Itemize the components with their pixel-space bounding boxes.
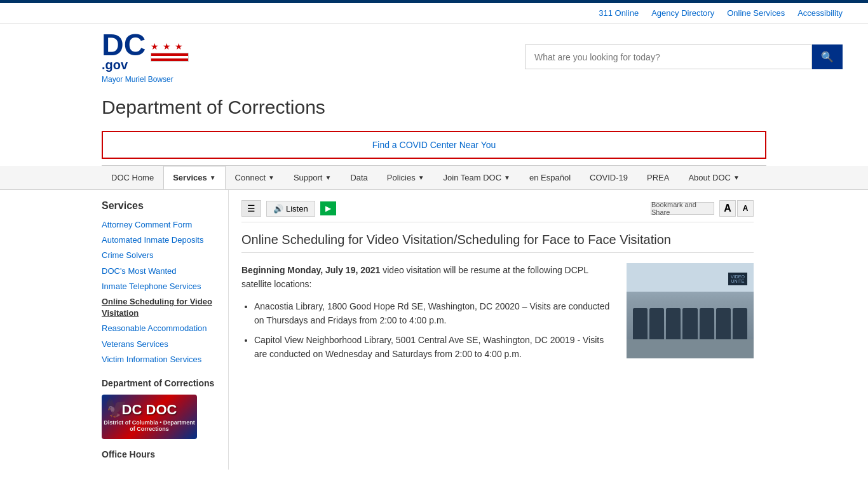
nav-policies-label: Policies — [387, 173, 416, 182]
nav-support-arrow: ▼ — [325, 174, 331, 181]
seat-5 — [700, 308, 714, 340]
list-item: DOC's Most Wanted — [102, 266, 228, 277]
sidebar-link-online-scheduling[interactable]: Online Scheduling for Video Visitation — [102, 297, 212, 318]
logo-area: DC .gov ★ ★ ★ Mayor Muriel Bowser — [102, 30, 189, 84]
nav-services[interactable]: Services ▼ — [163, 166, 225, 189]
list-item: Automated Inmate Deposits — [102, 234, 228, 246]
article-image: VIDEO UNITE — [627, 263, 754, 358]
nav-join-team-doc[interactable]: Join Team DOC ▼ — [434, 166, 520, 189]
star-2: ★ — [163, 41, 171, 51]
listen-label: Listen — [286, 204, 308, 214]
sidebar: Services Attorney Comment Form Automated… — [102, 190, 229, 470]
sidebar-link-veterans-services[interactable]: Veterans Services — [102, 339, 168, 349]
sidebar-link-reasonable-accommodation[interactable]: Reasonable Accommodation — [102, 323, 207, 333]
dc-flag: ★ ★ ★ — [151, 41, 189, 62]
list-item: Victim Information Services — [102, 354, 228, 365]
font-increase-button[interactable]: A — [719, 200, 736, 217]
list-item: Crime Solvers — [102, 250, 228, 261]
sidebar-link-inmate-telephone[interactable]: Inmate Telephone Services — [102, 281, 201, 291]
nav-prea-label: PREA — [647, 173, 669, 182]
search-button[interactable]: 🔍 — [812, 44, 843, 69]
sidebar-link-docs-most-wanted[interactable]: DOC's Most Wanted — [102, 266, 177, 276]
nav-support-label: Support — [294, 173, 323, 182]
article-intro-paragraph: Beginning Monday, July 19, 2021 video vi… — [241, 263, 614, 292]
list-item: Attorney Comment Form — [102, 219, 228, 231]
article-title: Online Scheduling for Video Visitation/S… — [241, 233, 754, 253]
bookmark-share-widget[interactable]: Bookmark and Share — [651, 202, 714, 215]
doc-logo-sub: District of Columbia • Department of Cor… — [102, 419, 197, 432]
nav-prea[interactable]: PREA — [637, 166, 679, 189]
link-online-services[interactable]: Online Services — [727, 8, 785, 18]
font-large-label: A — [724, 203, 731, 214]
font-decrease-button[interactable]: A — [737, 200, 754, 217]
article-date-bold: Beginning Monday, July 19, 2021 — [241, 265, 380, 275]
doc-logo-area: DC DOC District of Columbia • Department… — [102, 395, 228, 439]
location-2: Capitol View Neighborhood Library, 5001 … — [254, 335, 604, 359]
seat-3 — [666, 308, 681, 340]
nav-data-label: Data — [350, 173, 367, 182]
speaker-icon: 🔊 — [273, 204, 283, 214]
dc-flag-stripes — [151, 53, 189, 62]
nav-services-arrow: ▼ — [210, 174, 216, 181]
office-hours-label: Office Hours — [102, 449, 228, 459]
link-agency-directory[interactable]: Agency Directory — [651, 8, 714, 18]
room-image: VIDEO UNITE — [627, 263, 754, 358]
dc-gov-logo: DC .gov ★ ★ ★ — [102, 30, 189, 72]
seat-6 — [716, 308, 731, 340]
font-size-controls: A A — [719, 200, 754, 217]
seat-7 — [733, 308, 747, 340]
nav-support[interactable]: Support ▼ — [284, 166, 341, 189]
star-1: ★ — [151, 41, 159, 51]
main-nav: DOC Home Services ▼ Connect ▼ Support ▼ … — [0, 166, 868, 190]
nav-covid19-label: COVID-19 — [590, 173, 628, 182]
article-text: Beginning Monday, July 19, 2021 video vi… — [241, 263, 614, 369]
doc-eagle-icon: 🦅 — [105, 398, 127, 419]
sidebar-link-crime-solvers[interactable]: Crime Solvers — [102, 250, 154, 260]
nav-data[interactable]: Data — [341, 166, 377, 189]
font-small-label: A — [743, 204, 749, 213]
room-seats — [633, 287, 747, 340]
sidebar-links: Attorney Comment Form Automated Inmate D… — [102, 219, 228, 365]
covid-banner-link[interactable]: Find a COVID Center Near You — [372, 140, 496, 150]
sidebar-link-attorney-comment[interactable]: Attorney Comment Form — [102, 220, 192, 229]
play-button[interactable]: ▶ — [320, 201, 336, 215]
nav-doc-home[interactable]: DOC Home — [102, 166, 163, 189]
nav-en-espanol[interactable]: en Español — [520, 166, 580, 189]
toolbar-right: Bookmark and Share A A — [651, 200, 754, 217]
sidebar-link-automated-inmate[interactable]: Automated Inmate Deposits — [102, 235, 203, 245]
sidebar-link-victim-information[interactable]: Victim Information Services — [102, 355, 201, 364]
nav-join-team-doc-arrow: ▼ — [504, 174, 510, 181]
top-links-bar: 311 Online Agency Directory Online Servi… — [0, 3, 868, 24]
play-icon: ▶ — [325, 204, 331, 213]
nav-connect-label: Connect — [235, 173, 266, 182]
seat-1 — [633, 308, 648, 340]
nav-en-espanol-label: en Español — [529, 173, 571, 182]
nav-policies[interactable]: Policies ▼ — [377, 166, 434, 189]
nav-doc-home-label: DOC Home — [111, 173, 154, 182]
link-accessibility[interactable]: Accessibility — [797, 8, 843, 18]
bookmark-share-area: Bookmark and Share — [651, 202, 714, 215]
list-view-button[interactable]: ☰ — [241, 200, 261, 217]
list-item: Inmate Telephone Services — [102, 281, 228, 292]
bookmark-label: Bookmark and Share — [651, 201, 714, 216]
list-item: Veterans Services — [102, 339, 228, 350]
link-311-online[interactable]: 311 Online — [599, 8, 639, 18]
article-body: Beginning Monday, July 19, 2021 video vi… — [241, 263, 754, 369]
room-sign: VIDEO UNITE — [728, 273, 747, 285]
location-1: Anacostia Library, 1800 Good Hope Rd SE,… — [254, 301, 609, 325]
nav-covid19[interactable]: COVID-19 — [580, 166, 637, 189]
nav-connect[interactable]: Connect ▼ — [226, 166, 284, 189]
search-icon: 🔍 — [821, 51, 834, 62]
doc-logo: DC DOC District of Columbia • Department… — [102, 395, 197, 439]
dc-text: DC — [102, 30, 146, 60]
nav-about-doc[interactable]: About DOC ▼ — [679, 166, 749, 189]
nav-join-team-doc-label: Join Team DOC — [444, 173, 502, 182]
mayor-link[interactable]: Mayor Muriel Bowser — [102, 75, 173, 84]
listen-button[interactable]: 🔊 Listen — [266, 201, 315, 217]
list-item: Anacostia Library, 1800 Good Hope Rd SE,… — [254, 299, 614, 328]
nav-services-label: Services — [173, 173, 207, 182]
main-content: ☰ 🔊 Listen ▶ Bookmark and Share — [229, 190, 766, 470]
seat-4 — [682, 308, 697, 340]
search-input[interactable] — [525, 44, 812, 69]
star-3: ★ — [175, 41, 183, 51]
